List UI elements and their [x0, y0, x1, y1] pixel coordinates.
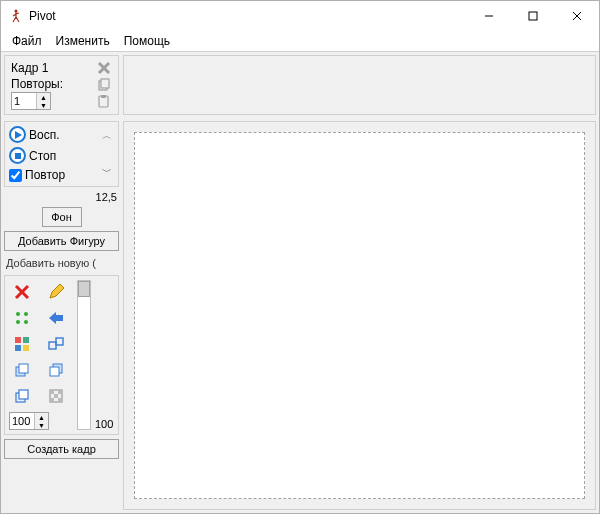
frame-title: Кадр 1 — [11, 61, 48, 75]
loop-label: Повтор — [25, 168, 65, 182]
figure-tools-panel: ▲▼ 100 — [4, 275, 119, 435]
svg-rect-8 — [101, 79, 109, 88]
svg-rect-20 — [23, 337, 29, 343]
svg-rect-36 — [58, 398, 62, 402]
playback-panel: Восп. Стоп Повтор ︿ ﹀ — [4, 121, 119, 187]
close-button[interactable] — [555, 2, 599, 30]
svg-rect-12 — [15, 153, 21, 159]
fps-down-icon[interactable]: ﹀ — [102, 165, 112, 179]
repeats-up[interactable]: ▲ — [37, 93, 50, 101]
svg-rect-26 — [19, 364, 28, 373]
svg-rect-32 — [50, 390, 54, 394]
scale-down[interactable]: ▼ — [35, 421, 48, 429]
svg-rect-21 — [15, 345, 21, 351]
fps-value: 12,5 — [4, 191, 119, 203]
join-tool-icon[interactable] — [45, 334, 67, 354]
svg-rect-24 — [56, 338, 63, 345]
svg-rect-28 — [50, 367, 59, 376]
svg-rect-2 — [529, 12, 537, 20]
svg-rect-33 — [58, 390, 62, 394]
canvas[interactable] — [134, 132, 585, 499]
timeline-panel — [123, 55, 596, 115]
delete-frame-icon[interactable] — [96, 60, 112, 76]
svg-point-16 — [24, 312, 28, 316]
menu-edit[interactable]: Изменить — [49, 32, 117, 50]
create-frame-button[interactable]: Создать кадр — [4, 439, 119, 459]
svg-rect-34 — [54, 394, 58, 398]
canvas-panel — [123, 121, 596, 510]
svg-line-4 — [573, 12, 581, 20]
copy-frame-icon[interactable] — [96, 76, 112, 92]
center-tool-icon[interactable] — [11, 308, 33, 328]
scale-stepper[interactable]: ▲▼ — [9, 412, 49, 430]
background-button[interactable]: Фон — [42, 207, 82, 227]
minimize-button[interactable] — [467, 2, 511, 30]
svg-point-17 — [16, 320, 20, 324]
menu-help[interactable]: Помощь — [117, 32, 177, 50]
repeats-down[interactable]: ▼ — [37, 101, 50, 109]
color-tool-icon[interactable] — [11, 334, 33, 354]
play-button[interactable]: Восп. — [9, 126, 100, 143]
scale-input[interactable] — [10, 415, 34, 427]
paste-frame-icon[interactable] — [96, 93, 112, 109]
svg-point-15 — [16, 312, 20, 316]
add-new-label: Добавить новую ( — [4, 255, 119, 271]
menu-bar: Файл Изменить Помощь — [1, 31, 599, 52]
scale-max-label: 100 — [95, 418, 113, 430]
opacity-tool-icon[interactable] — [45, 386, 67, 406]
fps-up-icon[interactable]: ︿ — [102, 129, 112, 143]
lower-tool-icon[interactable] — [45, 360, 67, 380]
repeats-stepper[interactable]: ▲▼ — [11, 92, 51, 110]
duplicate-tool-icon[interactable] — [11, 386, 33, 406]
play-icon — [9, 126, 26, 143]
window-title: Pivot — [29, 9, 467, 23]
edit-tool-icon[interactable] — [45, 282, 67, 302]
svg-line-3 — [573, 12, 581, 20]
stop-icon — [9, 147, 26, 164]
repeats-input[interactable] — [12, 95, 36, 107]
svg-marker-11 — [15, 131, 22, 139]
flip-tool-icon[interactable] — [45, 308, 67, 328]
titlebar: Pivot — [1, 1, 599, 31]
svg-rect-23 — [49, 342, 56, 349]
svg-rect-35 — [50, 398, 54, 402]
menu-file[interactable]: Файл — [5, 32, 49, 50]
svg-rect-22 — [23, 345, 29, 351]
stop-button[interactable]: Стоп — [9, 147, 100, 164]
svg-rect-19 — [15, 337, 21, 343]
tools-scrollbar[interactable] — [77, 280, 91, 430]
repeats-label: Повторы: — [11, 77, 63, 91]
app-icon — [9, 9, 23, 23]
add-figure-button[interactable]: Добавить Фигуру — [4, 231, 119, 251]
loop-checkbox[interactable] — [9, 169, 22, 182]
delete-tool-icon[interactable] — [11, 282, 33, 302]
raise-tool-icon[interactable] — [11, 360, 33, 380]
svg-point-18 — [24, 320, 28, 324]
svg-rect-30 — [19, 390, 28, 399]
scale-up[interactable]: ▲ — [35, 413, 48, 421]
svg-rect-10 — [101, 95, 106, 98]
loop-checkbox-row: Повтор — [9, 168, 100, 182]
frame-panel: Кадр 1 Повторы: ▲▼ — [4, 55, 119, 115]
maximize-button[interactable] — [511, 2, 555, 30]
